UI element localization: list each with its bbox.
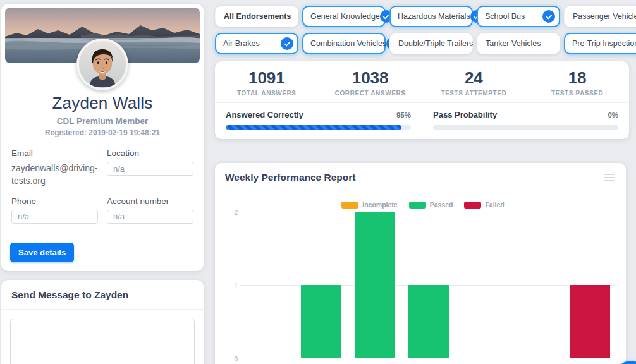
endorsement-chip-label: General Knowledge — [310, 12, 380, 21]
stat-label: CORRECT ANSWERS — [319, 90, 422, 97]
chart-x-axis-labels: 17.0318.0319.0320.0321.0322.0323.03 — [240, 358, 617, 364]
stat-value: 1091 — [215, 68, 319, 88]
profile-card-footer: Save details — [1, 234, 204, 271]
bar-passed-20-03[interactable] — [408, 285, 449, 358]
stat-label: TOTAL ANSWERS — [215, 90, 319, 97]
account-number-field-group: Account number — [107, 197, 193, 224]
main-content: All EndorsementsGeneral KnowledgeHazardo… — [215, 0, 636, 364]
email-field-group: Email zaydenwalls@driving-tests.org — [11, 149, 98, 188]
endorsement-chips-row-2: Air BrakesCombination VehiclesDouble/Tri… — [215, 33, 636, 54]
membership-badge: CDL Premium Member — [5, 116, 200, 126]
progress-label: Pass Probability — [433, 110, 497, 119]
chart-plot-area: 012 — [240, 212, 617, 358]
location-input[interactable] — [107, 162, 193, 176]
endorsement-filters: All EndorsementsGeneral KnowledgeHazardo… — [215, 6, 636, 54]
send-message-header: Send Message to Zayden — [1, 280, 204, 310]
category-slot-20-03 — [401, 212, 455, 358]
category-slot-18-03 — [294, 212, 348, 358]
email-value: zaydenwalls@driving-tests.org — [11, 162, 98, 188]
legend-swatch — [464, 202, 481, 209]
send-message-title: Send Message to Zayden — [11, 289, 193, 301]
endorsement-chip-passenger-vehicles[interactable]: Passenger Vehicles — [564, 6, 636, 27]
endorsement-chip-school-bus[interactable]: School Bus — [477, 6, 560, 27]
endorsement-chip-label: Passenger Vehicles — [573, 12, 636, 21]
progress-pass-probability: Pass Probability0% — [422, 103, 629, 139]
stat-correct-answers: 1038CORRECT ANSWERS — [319, 68, 422, 97]
endorsement-chip-label: School Bus — [485, 12, 525, 21]
chart-body: IncompletePassedFailed 012 17.0318.0319.… — [215, 191, 626, 364]
stat-label: TESTS ATTEMPTED — [422, 90, 526, 97]
endorsement-chip-combination-vehicles[interactable]: Combination Vehicles — [302, 33, 386, 54]
account-number-label: Account number — [107, 197, 193, 206]
progress-track — [433, 125, 618, 130]
legend-item-passed[interactable]: Passed — [409, 200, 453, 209]
check-icon — [281, 37, 293, 50]
check-icon — [542, 10, 555, 23]
bar-passed-19-03[interactable] — [355, 212, 395, 358]
category-slot-23-03 — [563, 212, 617, 358]
phone-field-group: Phone — [11, 197, 98, 224]
message-textarea[interactable] — [10, 318, 195, 364]
progress-label: Answered Correctly — [226, 110, 303, 119]
profile-name: Zayden Walls — [5, 94, 200, 113]
legend-swatch — [409, 202, 426, 209]
page: Zayden Walls CDL Premium Member Register… — [0, 0, 636, 364]
endorsement-chip-label: Tanker Vehicles — [486, 39, 541, 48]
stats-card: 1091TOTAL ANSWERS1038CORRECT ANSWERS24TE… — [215, 61, 629, 139]
stat-value: 1038 — [319, 68, 422, 88]
y-axis-tick-0: 0 — [229, 356, 238, 363]
progress-percent: 0% — [608, 111, 618, 119]
endorsement-chip-air-brakes[interactable]: Air Brakes — [215, 33, 298, 54]
profile-card: Zayden Walls CDL Premium Member Register… — [1, 4, 204, 271]
legend-label: Passed — [430, 201, 453, 209]
endorsement-chip-general-knowledge[interactable]: General Knowledge — [302, 6, 386, 27]
endorsement-chip-label: Combination Vehicles — [310, 39, 386, 48]
bar-passed-18-03[interactable] — [301, 285, 341, 358]
stat-tests-passed: 18TESTS PASSED — [525, 68, 629, 97]
y-axis-tick-2: 2 — [229, 209, 238, 216]
left-sidebar: Zayden Walls CDL Premium Member Register… — [1, 4, 204, 364]
location-label: Location — [107, 149, 193, 158]
stat-total-answers: 1091TOTAL ANSWERS — [215, 68, 319, 97]
chart-title: Weekly Performance Report — [225, 172, 355, 183]
weekly-performance-card: Weekly Performance Report IncompletePass… — [215, 163, 626, 364]
endorsement-chip-label: Pre-Trip Inspection — [572, 39, 636, 48]
legend-label: Incomplete — [362, 201, 397, 209]
avatar — [76, 39, 128, 90]
legend-item-failed[interactable]: Failed — [464, 200, 504, 209]
endorsement-chip-label: Hazardous Materials — [398, 12, 470, 21]
endorsement-chip-hazardous-materials[interactable]: Hazardous Materials — [389, 6, 473, 27]
legend-item-incomplete[interactable]: Incomplete — [341, 200, 397, 209]
progress-fill — [226, 125, 401, 130]
profile-details-form: Email zaydenwalls@driving-tests.org Loca… — [5, 137, 200, 234]
category-slot-19-03 — [348, 212, 401, 358]
endorsement-chip-double-triple-trailers[interactable]: Double/Triple Trailers — [389, 33, 473, 54]
endorsement-chip-pre-trip-inspection[interactable]: Pre-Trip Inspection — [564, 33, 636, 54]
account-number-input[interactable] — [107, 210, 193, 224]
category-slot-22-03 — [510, 212, 563, 358]
progress-row: Answered Correctly95%Pass Probability0% — [215, 102, 629, 139]
endorsement-chip-tanker-vehicles[interactable]: Tanker Vehicles — [477, 33, 560, 54]
progress-answered-correctly: Answered Correctly95% — [215, 103, 422, 139]
chart-header: Weekly Performance Report — [215, 163, 626, 191]
endorsement-chip-label: Double/Triple Trailers — [398, 39, 473, 48]
y-axis-tick-1: 1 — [229, 282, 238, 289]
chart-menu-icon[interactable] — [602, 173, 616, 183]
save-details-button[interactable]: Save details — [10, 243, 74, 262]
category-slot-21-03 — [456, 212, 510, 358]
send-message-card: Send Message to Zayden Send Message — [1, 280, 204, 364]
stat-value: 24 — [422, 68, 526, 88]
phone-label: Phone — [11, 197, 98, 206]
stat-label: TESTS PASSED — [525, 90, 629, 97]
email-label: Email — [11, 149, 98, 158]
chart-legend: IncompletePassedFailed — [229, 200, 617, 209]
stats-row: 1091TOTAL ANSWERS1038CORRECT ANSWERS24TE… — [215, 61, 629, 102]
legend-swatch — [341, 202, 358, 209]
location-field-group: Location — [107, 149, 193, 188]
phone-input[interactable] — [11, 210, 98, 224]
endorsement-chip-all-endorsements[interactable]: All Endorsements — [215, 6, 298, 27]
stat-tests-attempted: 24TESTS ATTEMPTED — [422, 68, 526, 97]
registered-date: Registered: 2019-02-19 19:48:21 — [5, 128, 200, 137]
bar-failed-23-03[interactable] — [570, 285, 610, 358]
stat-value: 18 — [525, 68, 629, 88]
